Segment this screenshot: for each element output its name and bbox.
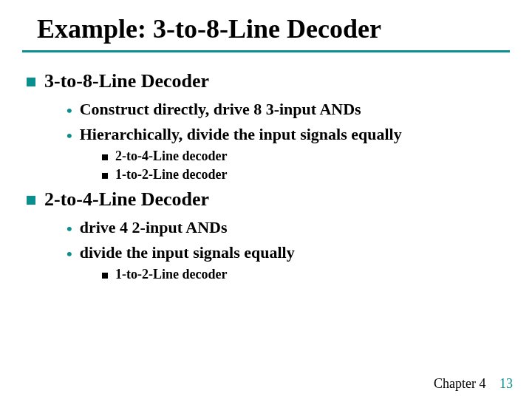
section-1-bullet-2: • Hierarchically, divide the input signa…	[0, 122, 532, 147]
slide-footer: Chapter 4 13	[434, 376, 513, 392]
section-2-sub-1-text: 1-to-2-Line decoder	[115, 267, 227, 282]
section-1-sub-2-text: 1-to-2-Line decoder	[115, 167, 227, 183]
section-2-bullet-1-text: drive 4 2-input ANDs	[80, 218, 228, 237]
slide-title: Example: 3-to-8-Line Decoder	[0, 0, 532, 50]
section-1-sub-2: 1-to-2-Line decoder	[0, 166, 532, 184]
section-2-bullet-2-text: divide the input signals equally	[80, 243, 295, 262]
section-1-sub-1: 2-to-4-Line decoder	[0, 147, 532, 166]
section-2-heading: 2-to-4-Line Decoder	[0, 184, 532, 215]
square-bullet-icon	[27, 196, 35, 205]
section-1-bullet-1: • Construct directly, drive 8 3-input AN…	[0, 97, 532, 122]
section-1-heading-text: 3-to-8-Line Decoder	[44, 70, 209, 92]
section-1-sub-1-text: 2-to-4-Line decoder	[115, 149, 227, 164]
square-bullet-icon	[102, 154, 108, 160]
chapter-label: Chapter 4	[434, 376, 485, 391]
section-2-bullet-1: • drive 4 2-input ANDs	[0, 215, 532, 240]
page-number: 13	[499, 376, 513, 391]
dot-bullet-icon: •	[66, 128, 72, 144]
dot-bullet-icon: •	[66, 246, 72, 262]
dot-bullet-icon: •	[66, 103, 72, 119]
section-2-sub-1: 1-to-2-Line decoder	[0, 265, 532, 284]
section-2-heading-text: 2-to-4-Line Decoder	[44, 188, 209, 211]
section-1-heading: 3-to-8-Line Decoder	[0, 66, 532, 97]
section-1-bullet-1-text: Construct directly, drive 8 3-input ANDs	[80, 100, 361, 119]
title-underline	[22, 50, 510, 52]
square-bullet-icon	[27, 78, 35, 86]
section-2-bullet-2: • divide the input signals equally	[0, 240, 532, 265]
dot-bullet-icon: •	[66, 221, 72, 237]
square-bullet-icon	[102, 173, 108, 179]
square-bullet-icon	[102, 273, 108, 279]
section-1-bullet-2-text: Hierarchically, divide the input signals…	[80, 125, 402, 144]
